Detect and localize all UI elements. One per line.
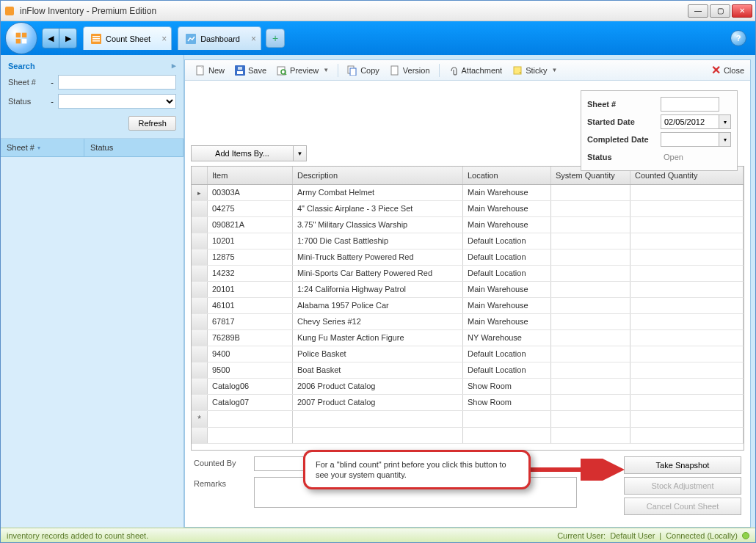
table-row[interactable]: 46101Alabama 1957 Police CarMain Warehou…: [192, 298, 744, 314]
cell-description[interactable]: 3.75" Military Classics Warship: [293, 217, 463, 233]
collapse-icon[interactable]: ▸: [172, 61, 176, 70]
cell-counted-quantity[interactable]: [630, 379, 744, 394]
table-row[interactable]: 102011:700 Die Cast BattleshipDefault Lo…: [192, 233, 744, 249]
cell-counted-quantity[interactable]: [630, 233, 744, 249]
row-selector[interactable]: [192, 346, 208, 362]
cell-counted-quantity[interactable]: [630, 395, 744, 410]
row-selector[interactable]: [192, 314, 208, 329]
new-row[interactable]: [192, 411, 744, 428]
cell-description[interactable]: Kung Fu Master Action Figure: [293, 330, 463, 346]
version-button[interactable]: Version: [385, 63, 435, 78]
row-selector[interactable]: [192, 362, 208, 378]
add-items-by-dropdown[interactable]: ▼: [294, 145, 307, 161]
row-selector[interactable]: [192, 249, 208, 265]
info-completed-input[interactable]: [661, 132, 719, 147]
minimize-button[interactable]: —: [688, 4, 708, 18]
cell-system-quantity[interactable]: [551, 395, 630, 410]
cell-item[interactable]: 12875: [208, 249, 293, 265]
refresh-button[interactable]: Refresh: [128, 116, 176, 131]
cell-location[interactable]: Main Warehouse: [463, 217, 551, 233]
cell-item[interactable]: 090821A: [208, 217, 293, 233]
cell-counted-quantity[interactable]: [630, 201, 744, 216]
table-row[interactable]: 12875Mini-Truck Battery Powered RedDefau…: [192, 249, 744, 266]
cell-item[interactable]: 14232: [208, 266, 293, 281]
table-row[interactable]: 201011:24 California Highway PatrolMain …: [192, 282, 744, 298]
cell-location[interactable]: Show Room: [463, 379, 551, 394]
cell-counted-quantity[interactable]: [630, 362, 744, 378]
cell-description[interactable]: 1:24 California Highway Patrol: [293, 282, 463, 297]
cell-item[interactable]: 10201: [208, 233, 293, 249]
help-button[interactable]: ?: [730, 30, 746, 46]
table-row[interactable]: 042754" Classic Airplane - 3 Piece SetMa…: [192, 201, 744, 217]
tab-close-icon[interactable]: ×: [161, 34, 167, 44]
row-selector[interactable]: [192, 185, 208, 200]
cell-description[interactable]: Police Basket: [293, 346, 463, 362]
add-items-by-button[interactable]: Add Items By...: [191, 145, 294, 161]
row-selector[interactable]: [192, 233, 208, 249]
sticky-button[interactable]: Sticky▼: [508, 63, 561, 78]
cell-counted-quantity[interactable]: [630, 314, 744, 329]
cell-item[interactable]: Catalog06: [208, 379, 293, 394]
cell-system-quantity[interactable]: [551, 217, 630, 233]
cell-description[interactable]: 2006 Product Catalog: [293, 379, 463, 394]
cell-system-quantity[interactable]: [551, 314, 630, 329]
sidebar-col-sheet[interactable]: Sheet #▾: [1, 139, 84, 156]
cell-item[interactable]: 67817: [208, 314, 293, 329]
tab-count-sheet[interactable]: Count Sheet ×: [83, 26, 172, 50]
row-selector[interactable]: [192, 379, 208, 394]
row-selector[interactable]: [192, 411, 208, 427]
copy-button[interactable]: Copy: [343, 63, 384, 78]
table-row[interactable]: Catalog072007 Product CatalogShow Room: [192, 395, 744, 411]
completed-date-dropdown[interactable]: ▾: [719, 132, 731, 147]
cell-system-quantity[interactable]: [551, 249, 630, 265]
cell-location[interactable]: Default Location: [463, 266, 551, 281]
cell-item[interactable]: Catalog07: [208, 395, 293, 410]
maximize-button[interactable]: ▢: [710, 4, 730, 18]
cell-description[interactable]: 1:700 Die Cast Battleship: [293, 233, 463, 249]
info-started-input[interactable]: [661, 114, 719, 129]
take-snapshot-button[interactable]: Take Snapshot: [624, 456, 741, 474]
cell-item[interactable]: 46101: [208, 298, 293, 313]
cell-item[interactable]: 04275: [208, 201, 293, 216]
sidebar-col-status[interactable]: Status: [84, 139, 183, 156]
cell-counted-quantity[interactable]: [630, 249, 744, 265]
sheet-num-input[interactable]: [58, 75, 176, 90]
cell-location[interactable]: Default Location: [463, 233, 551, 249]
cell-system-quantity[interactable]: [551, 185, 630, 200]
cell-system-quantity[interactable]: [551, 330, 630, 346]
tab-close-icon[interactable]: ×: [251, 34, 256, 44]
cell-item[interactable]: 20101: [208, 282, 293, 297]
cell-location[interactable]: Main Warehouse: [463, 314, 551, 329]
cell-system-quantity[interactable]: [551, 266, 630, 281]
new-button[interactable]: New: [191, 63, 229, 78]
app-menu-orb[interactable]: [5, 22, 37, 54]
save-button[interactable]: Save: [230, 63, 271, 78]
info-sheet-input[interactable]: [661, 97, 719, 112]
row-selector[interactable]: [192, 282, 208, 297]
cell-counted-quantity[interactable]: [630, 266, 744, 281]
row-selector[interactable]: [192, 298, 208, 313]
cell-description[interactable]: Alabama 1957 Police Car: [293, 298, 463, 313]
table-row[interactable]: 00303AArmy Combat HelmetMain Warehouse: [192, 185, 744, 201]
cell-counted-quantity[interactable]: [630, 298, 744, 313]
nav-forward-button[interactable]: ▶: [59, 28, 77, 48]
cell-system-quantity[interactable]: [551, 201, 630, 216]
started-date-dropdown[interactable]: ▾: [719, 114, 731, 129]
window-close-button[interactable]: ✕: [732, 4, 752, 18]
col-location[interactable]: Location: [463, 167, 551, 184]
cell-item[interactable]: 00303A: [208, 185, 293, 200]
nav-back-button[interactable]: ◀: [42, 28, 59, 48]
cell-location[interactable]: Default Location: [463, 362, 551, 378]
cell-description[interactable]: Boat Basket: [293, 362, 463, 378]
row-selector[interactable]: [192, 266, 208, 281]
cell-counted-quantity[interactable]: [630, 185, 744, 200]
table-row[interactable]: Catalog062006 Product CatalogShow Room: [192, 379, 744, 395]
row-selector[interactable]: [192, 395, 208, 410]
cell-location[interactable]: Main Warehouse: [463, 185, 551, 200]
cell-system-quantity[interactable]: [551, 282, 630, 297]
cell-description[interactable]: Mini-Sports Car Battery Powered Red: [293, 266, 463, 281]
cell-location[interactable]: Main Warehouse: [463, 298, 551, 313]
table-row[interactable]: 090821A3.75" Military Classics WarshipMa…: [192, 217, 744, 233]
row-selector[interactable]: [192, 217, 208, 233]
cell-description[interactable]: Army Combat Helmet: [293, 185, 463, 200]
